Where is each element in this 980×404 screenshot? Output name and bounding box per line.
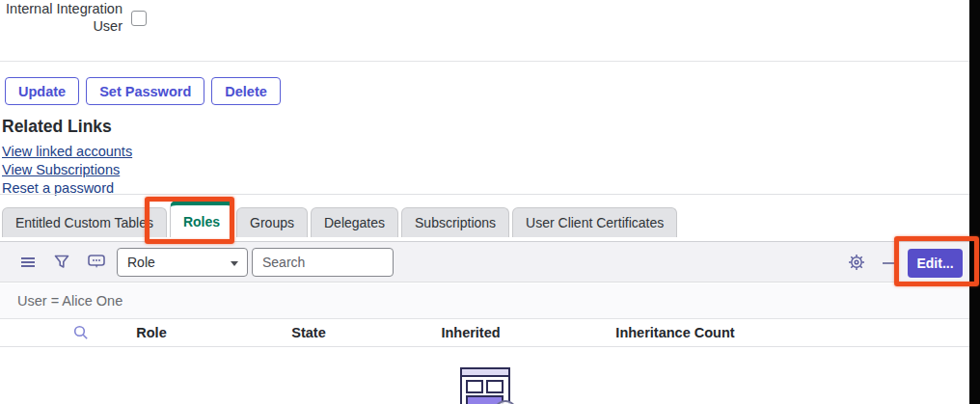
chevron-down-icon — [231, 261, 238, 266]
related-lists-tabstrip: Entitled Custom Tables Roles Groups Dele… — [2, 201, 677, 237]
search-field-selector-value: Role — [127, 255, 155, 270]
related-links-heading: Related Links — [2, 117, 112, 137]
filter-icon[interactable] — [53, 242, 70, 282]
toolbar-divider-dash — [883, 262, 897, 264]
set-password-button[interactable]: Set Password — [86, 77, 204, 105]
search-field-selector[interactable]: Role — [117, 248, 248, 277]
comment-icon[interactable] — [87, 242, 106, 282]
list-search-input[interactable] — [252, 248, 394, 277]
reset-password-link[interactable]: Reset a password — [2, 179, 132, 198]
roles-list-header: Role State Inherited Inheritance Count — [0, 320, 969, 347]
user-record-screen: Internal Integration User Update Set Pas… — [0, 0, 980, 404]
form-action-buttons: Update Set Password Delete — [5, 77, 281, 105]
tab-entitled-custom-tables[interactable]: Entitled Custom Tables — [2, 207, 167, 237]
delete-button[interactable]: Delete — [211, 77, 281, 105]
edit-button[interactable]: Edit... — [908, 249, 963, 278]
update-button[interactable]: Update — [5, 77, 79, 105]
screen-edge-black-strip — [969, 0, 980, 404]
gear-icon[interactable] — [847, 242, 866, 282]
breadcrumb[interactable]: User = Alice One — [17, 293, 122, 309]
list-toolbar: Role Edit... — [0, 241, 969, 283]
list-breadcrumb-row: User = Alice One — [0, 283, 969, 319]
tab-roles[interactable]: Roles — [170, 201, 233, 237]
tab-delegates[interactable]: Delegates — [311, 207, 398, 237]
column-search-icon[interactable] — [73, 325, 89, 344]
view-linked-accounts-link[interactable]: View linked accounts — [2, 143, 132, 161]
internal-integration-user-label: Internal Integration User — [0, 0, 122, 35]
view-subscriptions-link[interactable]: View Subscriptions — [2, 161, 132, 179]
tab-user-client-certificates[interactable]: User Client Certificates — [512, 207, 677, 237]
tab-subscriptions[interactable]: Subscriptions — [401, 207, 509, 237]
section-divider — [0, 61, 969, 62]
column-header-state[interactable]: State — [291, 325, 325, 340]
empty-list-illustration — [453, 367, 523, 404]
menu-icon[interactable] — [19, 242, 37, 282]
related-links-list: View linked accounts View Subscriptions … — [2, 143, 132, 198]
column-header-inheritance-count[interactable]: Inheritance Count — [615, 325, 734, 340]
tabs-top-divider — [0, 194, 969, 195]
column-header-role[interactable]: Role — [136, 325, 166, 340]
tab-groups[interactable]: Groups — [236, 207, 308, 237]
internal-integration-user-checkbox[interactable] — [131, 11, 147, 26]
column-header-inherited[interactable]: Inherited — [441, 325, 500, 340]
